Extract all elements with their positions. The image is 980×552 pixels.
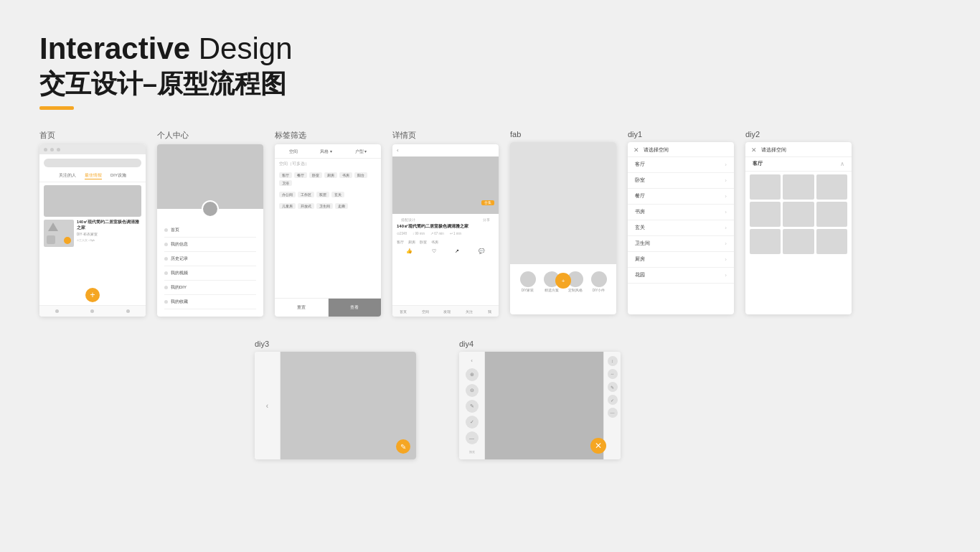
tag-canting[interactable]: 餐厅 (294, 172, 307, 178)
screen-diy3[interactable]: ‹ ✎ (255, 352, 416, 459)
screen-filter[interactable]: 空间 风格 ▾ 户型 ▾ 空间（可多选） 客厅 餐厅 卧室 厨房 书房 阳台 卫… (275, 144, 381, 317)
diy4-tool-zoom[interactable]: ⊕ (466, 368, 479, 381)
diy1-item-shufang[interactable]: 书房› (628, 205, 734, 220)
filter-reset-btn[interactable]: 重置 (275, 299, 329, 317)
diy1-item-canting[interactable]: 餐厅› (628, 189, 734, 205)
filter-tags-group2: 办公间 工作区 双层 玄关 (275, 189, 381, 200)
detail-back[interactable]: ‹ (392, 144, 499, 156)
screen-diy4[interactable]: ‹ ⊕ ⊖ ✎ ✓ — 预览 ↕ ↔ ✎ (459, 352, 621, 459)
tab-zuijia[interactable]: 最佳情报 (85, 172, 102, 179)
detail-like[interactable]: 👍 (406, 248, 413, 254)
menu-item-video[interactable]: 我的视频 (164, 266, 256, 281)
diy3-back[interactable]: ‹ (266, 402, 268, 410)
detail-nav-discover[interactable]: 发现 (443, 309, 451, 314)
diy4-tool-zoomout[interactable]: ⊖ (466, 384, 479, 397)
tag-yangtai[interactable]: 阳台 (354, 172, 367, 178)
tag-keting[interactable]: 客厅 (279, 172, 292, 178)
diy2-close[interactable]: ✕ (751, 146, 757, 154)
filter-tab-style[interactable]: 风格 ▾ (320, 149, 332, 155)
tag-kaifang[interactable]: 开放式 (298, 203, 314, 209)
fab-item-diy[interactable]: DIY家装 (520, 271, 536, 292)
diy4-rtool-5[interactable]: — (608, 408, 618, 418)
diy2-grid-5[interactable] (783, 202, 814, 227)
detail-nav-chufang[interactable]: 厨房 (408, 240, 415, 244)
tag-shuangceng[interactable]: 双层 (316, 192, 329, 197)
filter-confirm-btn[interactable]: 查看 (329, 299, 382, 317)
detail-share[interactable]: ↗ (455, 248, 459, 254)
tag-chufang[interactable]: 厨房 (324, 172, 337, 178)
tag-xuanguan[interactable]: 玄关 (331, 192, 344, 197)
diy1-item-huayuan[interactable]: 花园› (628, 268, 734, 284)
diy4-rtool-1[interactable]: ↕ (608, 356, 618, 366)
diy4-canvas[interactable] (485, 352, 603, 459)
fab-main-button[interactable]: + (555, 273, 571, 289)
diy2-grid-2[interactable] (783, 174, 814, 200)
menu-item-info[interactable]: 我的信息 (164, 238, 256, 252)
diy3-fab[interactable]: ✎ (396, 439, 410, 454)
screen-home-wrap: 首页 关注的人 最佳情报 DIY设施 (39, 130, 146, 317)
tag-zoulang[interactable]: 走廊 (335, 203, 348, 209)
diy2-grid-1[interactable] (750, 174, 781, 200)
screen-detail[interactable]: ‹ 合集 搭配设计 分享 140㎡现代简约二居室极色调清雅之家 ⊙2348 ↕ … (392, 144, 499, 317)
detail-comment[interactable]: 💬 (479, 248, 485, 254)
detail-nav-keting[interactable]: 客厅 (397, 240, 404, 244)
diy4-tool-minus[interactable]: — (466, 431, 479, 444)
diy2-grid-9[interactable] (816, 229, 847, 254)
diy2-grid-7[interactable] (750, 229, 781, 254)
detail-nav-me[interactable]: 我 (488, 309, 491, 314)
tag-gongzuo[interactable]: 工作区 (298, 192, 314, 197)
filter-tab-space[interactable]: 空间 (289, 149, 298, 155)
detail-nav-follow[interactable]: 关注 (466, 309, 473, 314)
diy1-item-chufang[interactable]: 厨房› (628, 252, 734, 268)
diy4-tool-check[interactable]: ✓ (466, 416, 479, 429)
diy4-rtool-3[interactable]: ✎ (608, 382, 618, 392)
menu-item-diy[interactable]: 我的DIY (164, 281, 256, 295)
diy2-grid-8[interactable] (783, 229, 814, 254)
diy2-grid-3[interactable] (816, 174, 847, 200)
menu-item-history[interactable]: 历史记录 (164, 252, 256, 266)
screen-home[interactable]: 关注的人 最佳情报 DIY设施 (39, 144, 146, 317)
diy2-grid-6[interactable] (816, 202, 847, 227)
filter-bottom: 重置 查看 (275, 298, 381, 317)
tab-guanzhu[interactable]: 关注的人 (59, 172, 76, 179)
screen-diy2[interactable]: ✕ 请选择空间 客厅∧ (745, 142, 852, 314)
diy3-canvas[interactable]: ✎ (281, 352, 416, 459)
diy1-item-xuanguan[interactable]: 玄关› (628, 220, 734, 236)
detail-nav-space[interactable]: 空间 (422, 309, 429, 314)
diy1-close[interactable]: ✕ (633, 146, 639, 154)
screens-section: 首页 关注的人 最佳情报 DIY设施 (39, 130, 941, 459)
diy4-tool-edit[interactable]: ✎ (466, 400, 479, 413)
tag-bangong[interactable]: 办公间 (279, 192, 296, 197)
tag-weishengjian[interactable]: 卫生间 (316, 203, 333, 209)
diy4-rtool-4[interactable]: ✓ (608, 395, 618, 405)
menu-item-home[interactable]: 首页 (164, 223, 256, 238)
tag-weishu[interactable]: 卫浴 (279, 180, 292, 186)
menu-item-collect[interactable]: 我的收藏 (164, 295, 256, 309)
diy2-grid-4[interactable] (750, 202, 781, 227)
tag-ertong[interactable]: 儿童房 (279, 203, 296, 209)
screen-fab[interactable]: DIY家装 精选方案 定制风格 DIY小件 (510, 142, 616, 314)
tag-shufang[interactable]: 书房 (339, 172, 352, 178)
detail-nav-home[interactable]: 首页 (400, 309, 407, 314)
diy4-back[interactable]: ‹ (471, 357, 473, 364)
detail-nav-woshi[interactable]: 卧室 (420, 240, 427, 244)
tag-woshi[interactable]: 卧室 (309, 172, 322, 178)
filter-tab-type[interactable]: 户型 ▾ (355, 149, 367, 155)
title-en-bold: Interactive (39, 32, 190, 65)
home-fab[interactable]: + (85, 288, 100, 302)
detail-fav[interactable]: ♡ (432, 248, 436, 254)
diy1-item-weishengjian[interactable]: 卫生间› (628, 236, 734, 252)
screen-diy1[interactable]: ✕ 请选择空间 客厅› 卧室› 餐厅› 书房› (628, 142, 734, 314)
fab-icon-small-label: DIY小件 (593, 289, 606, 292)
diy1-item-keting[interactable]: 客厅› (628, 157, 734, 173)
diy4-rtool-2[interactable]: ↔ (608, 369, 618, 379)
home-card-meta: DIY·布衣家室 (77, 233, 141, 237)
tab-diy[interactable]: DIY设施 (110, 172, 126, 179)
diy1-header: ✕ 请选择空间 (628, 142, 734, 157)
diy1-item-woshi[interactable]: 卧室› (628, 173, 734, 189)
fab-item-small[interactable]: DIY小件 (591, 271, 607, 292)
diy2-item-keting[interactable]: 客厅∧ (745, 157, 852, 172)
personal-avatar (202, 200, 219, 217)
screen-personal[interactable]: 首页 我的信息 历史记录 我的视频 我的DIY 我的收藏 (157, 144, 263, 317)
detail-nav-shufang[interactable]: 书房 (431, 240, 438, 244)
